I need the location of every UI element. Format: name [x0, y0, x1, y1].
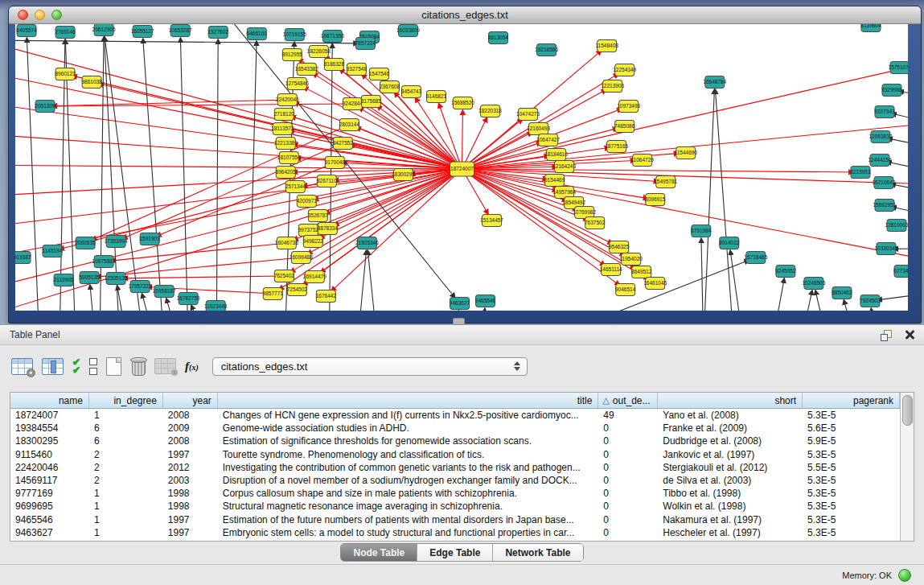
tab-node-table[interactable]: Node Table: [341, 544, 417, 561]
citation-edge-black[interactable]: [715, 89, 733, 311]
table-mode-button[interactable]: [11, 354, 33, 378]
table-cell[interactable]: 0: [598, 527, 658, 538]
table-cell[interactable]: 9465546: [10, 514, 89, 525]
table-cell[interactable]: 2: [89, 475, 163, 486]
citation-edge-red[interactable]: [462, 169, 908, 264]
table-cell[interactable]: 2: [89, 462, 163, 473]
close-panel-icon[interactable]: [905, 330, 914, 340]
float-panel-icon[interactable]: [881, 330, 892, 340]
table-cell[interactable]: Estimation of the future numbers of pati…: [218, 514, 599, 525]
table-cell[interactable]: 18724007: [10, 410, 89, 421]
citation-edge-red[interactable]: [15, 38, 462, 169]
select-rows-button[interactable]: ✔✔: [72, 354, 80, 378]
column-header-pagerank[interactable]: pagerank: [803, 393, 900, 408]
table-cell[interactable]: 5.6E-5: [803, 422, 900, 434]
citation-edge-black[interactable]: [730, 250, 744, 311]
table-cell[interactable]: Hescheler et al. (1997): [658, 527, 803, 538]
table-row[interactable]: 911546021997Tourette syndrome. Phenomeno…: [10, 448, 900, 461]
table-cell[interactable]: Genome-wide association studies in ADHD.: [218, 422, 599, 434]
tab-network-table[interactable]: Network Table: [492, 544, 582, 561]
table-cell[interactable]: 5.3E-5: [803, 527, 900, 538]
citation-edge-red[interactable]: [291, 117, 462, 169]
table-cell[interactable]: 2: [89, 449, 163, 460]
citation-edge-black[interactable]: [844, 300, 856, 311]
table-cell[interactable]: 5.3E-5: [803, 410, 900, 421]
table-cell[interactable]: 1: [89, 527, 163, 538]
table-cell[interactable]: Changes of HCN gene expression and I(f) …: [218, 410, 599, 421]
citation-edge-black[interactable]: [105, 37, 121, 311]
table-cell[interactable]: 1997: [163, 449, 218, 460]
table-cell[interactable]: 9115460: [10, 449, 89, 460]
citation-edge-red[interactable]: [462, 110, 463, 169]
delete-column-button[interactable]: [130, 354, 146, 378]
citation-edge-black[interactable]: [871, 308, 877, 311]
column-header-in_degree[interactable]: in_degree: [89, 393, 163, 408]
table-cell[interactable]: 0: [598, 435, 658, 447]
citation-edge-black[interactable]: [180, 38, 188, 311]
table-cell[interactable]: 49: [598, 410, 658, 421]
table-cell[interactable]: 2008: [163, 410, 218, 421]
table-row[interactable]: 946362711997Embryonic stem cells: a mode…: [10, 526, 900, 539]
citation-edge-black[interactable]: [117, 286, 128, 311]
table-row[interactable]: 969969511998Structural magnetic resonanc…: [10, 500, 900, 513]
table-cell[interactable]: 14569117: [10, 475, 89, 486]
column-header-name[interactable]: name: [10, 393, 89, 408]
table-cell[interactable]: 0: [598, 488, 658, 499]
citation-edge-black[interactable]: [27, 38, 39, 311]
table-row[interactable]: 946554611997Estimation of the future num…: [10, 513, 900, 526]
table-cell[interactable]: Tibbo et al. (1998): [658, 488, 803, 499]
table-row[interactable]: 2242004622012Investigating the contribut…: [10, 461, 900, 474]
table-cell[interactable]: 5.9E-5: [803, 435, 900, 447]
table-row[interactable]: 1938455462009Genome-wide association stu…: [10, 422, 900, 435]
table-cell[interactable]: 1: [89, 501, 163, 512]
table-cell[interactable]: 6: [89, 422, 163, 434]
table-cell[interactable]: 18300295: [10, 435, 89, 447]
table-cell[interactable]: 9777169: [10, 488, 89, 499]
table-cell[interactable]: 5.3E-5: [803, 514, 900, 525]
column-header-title[interactable]: title: [218, 393, 599, 408]
table-cell[interactable]: 19384554: [10, 422, 89, 434]
table-cell[interactable]: 0: [598, 462, 658, 473]
citation-edge-black[interactable]: [877, 290, 908, 300]
table-cell[interactable]: Disruption of a novel member of a sodium…: [218, 475, 599, 486]
minimize-window-button[interactable]: [35, 10, 45, 20]
table-cell[interactable]: 2012: [163, 462, 218, 473]
table-cell[interactable]: Investigating the contribution of common…: [218, 462, 599, 473]
citation-edge-red[interactable]: [111, 243, 286, 261]
citation-edge-black[interactable]: [216, 39, 218, 311]
table-cell[interactable]: 5.3E-5: [803, 488, 900, 499]
table-vertical-scrollbar[interactable]: [900, 393, 914, 541]
table-cell[interactable]: 1998: [163, 501, 218, 512]
column-header-year[interactable]: year: [163, 393, 218, 408]
close-window-button[interactable]: [18, 10, 28, 20]
table-cell[interactable]: 0: [598, 501, 658, 512]
citation-edge-black[interactable]: [142, 294, 156, 311]
row-height-button[interactable]: [89, 354, 97, 378]
citation-edge-black[interactable]: [90, 285, 96, 311]
table-cell[interactable]: Structural magnetic resonance image aver…: [218, 501, 599, 512]
table-cell[interactable]: 2008: [163, 435, 218, 447]
zoom-window-button[interactable]: [51, 10, 62, 20]
citation-edge-black[interactable]: [143, 39, 164, 311]
table-cell[interactable]: Tourette syndrome. Phenomenology and cla…: [218, 449, 599, 460]
table-cell[interactable]: 1997: [163, 527, 218, 538]
table-cell[interactable]: 1998: [163, 488, 218, 499]
citation-edge-black[interactable]: [815, 290, 828, 311]
table-cell[interactable]: 0: [598, 449, 658, 460]
table-cell[interactable]: Dudbridge et al. (2008): [658, 435, 803, 447]
citation-edge-red[interactable]: [123, 276, 284, 278]
table-cell[interactable]: Estimation of significance thresholds fo…: [218, 435, 599, 447]
citation-edge-black[interactable]: [888, 138, 908, 153]
citation-edge-black[interactable]: [15, 40, 358, 43]
table-cell[interactable]: Jankovic et al. (1997): [658, 449, 803, 460]
table-cell[interactable]: 0: [598, 514, 658, 525]
table-cell[interactable]: Yano et al. (2008): [658, 410, 803, 421]
citation-edge-red[interactable]: [97, 257, 301, 277]
function-builder-button[interactable]: f(x): [185, 354, 199, 378]
table-cell[interactable]: 1: [89, 410, 163, 421]
table-cell[interactable]: Franke et al. (2009): [658, 422, 803, 434]
table-row[interactable]: 1456911722003Disruption of a novel membe…: [10, 474, 900, 487]
table-row[interactable]: 1872400712008Changes of HCN gene express…: [10, 409, 900, 422]
table-cell[interactable]: 9699695: [10, 501, 89, 512]
table-cell[interactable]: 6: [89, 435, 163, 447]
